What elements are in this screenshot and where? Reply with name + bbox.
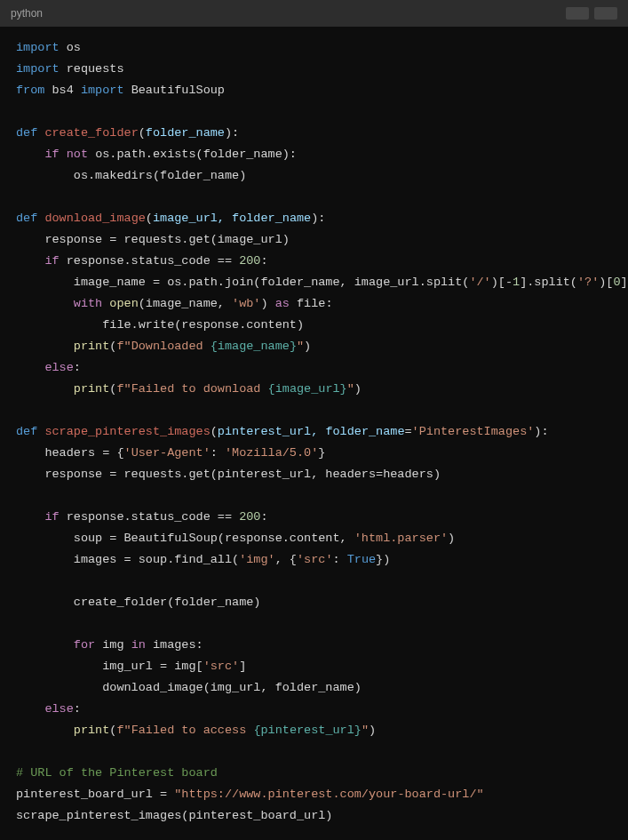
expr: ) [448,532,455,545]
keyword-import: import [16,62,60,76]
builtin-print: print [74,340,110,353]
keyword-for: for [74,638,95,652]
paren: ( [139,126,146,140]
function-name: scrape_pinterest_images [37,425,210,438]
expr: : [333,553,347,566]
expr: images: [146,638,203,652]
string: "https://www.pinterest.com/your-board-ur… [174,788,483,801]
indent [16,318,102,332]
keyword-not: not [67,148,88,161]
function-name: download_image [37,212,146,225]
indent [16,276,74,289]
expr: (image_name, [139,297,232,310]
string: 'img' [239,553,275,566]
eq: = [405,425,412,438]
paren: ( [146,212,153,225]
language-label: python [11,7,43,20]
paren: ) [369,724,376,737]
colon: : [74,361,81,374]
indent [16,468,44,481]
module-requests: requests [60,62,124,76]
indent [16,681,102,694]
indent [16,446,44,460]
number: 200 [239,510,260,524]
expr: ].split( [520,276,577,289]
number: 0 [613,276,620,289]
string: 'src' [297,553,333,566]
module-bs4: bs4 [44,84,81,97]
fstring-expr: {image_url} [268,382,347,396]
expr: scrape_pinterest_images(pinterest_board_… [16,809,332,822]
keyword-if: if [44,148,59,161]
keyword-as: as [275,297,290,310]
expr: , { [275,553,297,566]
paren: ) [304,340,311,353]
paren: ) [354,382,362,396]
indent [16,361,44,374]
function-name: create_folder [37,126,138,140]
header-button-1[interactable] [566,7,589,20]
indent [16,169,74,182]
indent [16,553,74,566]
expr: img_url = img[ [102,660,203,673]
expr: soup = BeautifulSoup(response.content, [74,532,354,545]
indent [16,702,44,716]
paren: ): [311,212,325,225]
indent [16,724,74,737]
keyword-def: def [16,126,37,140]
expr: response = requests.get(image_url) [44,233,289,246]
class-beautifulsoup: BeautifulSoup [124,84,225,97]
expr: response = requests.get(pinterest_url, h… [44,468,441,481]
indent [16,233,44,246]
expr: ] [239,660,246,673]
paren: ): [225,126,239,140]
indent [16,660,102,673]
builtin-open: open [109,297,138,310]
expr: img [95,638,131,652]
keyword-else: else [44,361,73,374]
colon: : [260,510,267,524]
indent [16,148,44,161]
string: 'User-Agent' [124,446,211,460]
indent [16,382,74,396]
keyword-def: def [16,425,37,438]
fstring: f"Failed to download [116,382,267,396]
expr: file: [290,297,333,310]
indent [16,532,74,545]
string: 'wb' [232,297,260,310]
param: folder_name [146,126,225,140]
number: 1 [513,276,520,289]
params: pinterest_url, folder_name [218,425,405,438]
code-header: python [0,0,628,27]
expr: } [318,446,325,460]
indent [16,638,74,652]
expr: ) [260,297,274,310]
quote: " [347,382,354,396]
header-button-2[interactable] [594,7,617,20]
keyword-if: if [44,254,59,268]
module-os: os [60,41,81,54]
expr: )[- [491,276,513,289]
expr: )[ [599,276,613,289]
keyword-else: else [44,702,73,716]
bool-true: True [347,553,376,566]
string: 'PinterestImages' [412,425,535,438]
fstring-expr: {pinterest_url} [253,724,362,737]
fstring-expr: {image_name} [211,340,297,353]
indent [16,510,44,524]
expr: download_image(img_url, folder_name) [102,681,362,694]
keyword-import: import [81,84,124,97]
expr: response.status_code == [60,510,240,524]
builtin-print: print [74,724,110,737]
colon: : [74,702,81,716]
colon: : [260,254,267,268]
expr: image_name = os.path.join(folder_name, i… [74,276,470,289]
number: 200 [239,254,260,268]
expr: os.path.exists(folder_name): [88,148,297,161]
builtin-print: print [74,382,110,396]
fstring: f"Failed to access [116,724,253,737]
indent [16,596,74,609]
fstring: f"Downloaded [116,340,210,353]
indent [16,340,74,353]
keyword-if: if [44,510,59,524]
